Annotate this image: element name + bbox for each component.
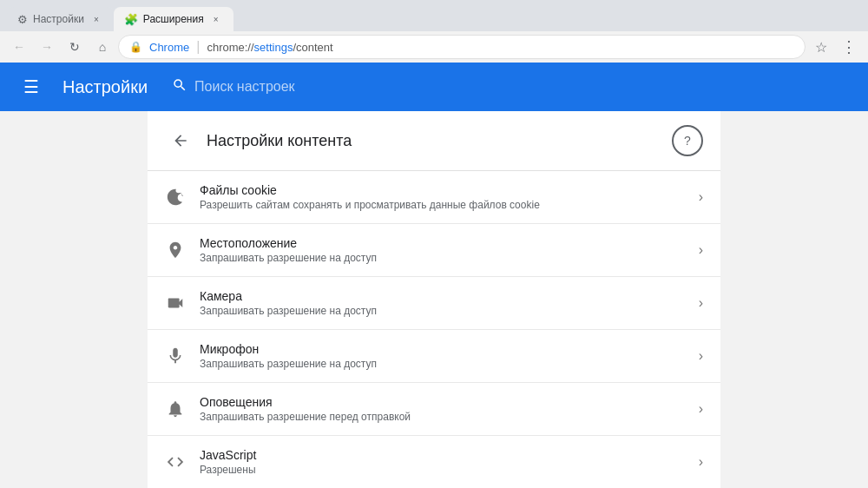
reload-button[interactable]: ↻ [62, 35, 87, 59]
cookies-subtitle: Разрешить сайтам сохранять и просматрива… [200, 199, 685, 211]
camera-text: Камера Запрашивать разрешение на доступ [200, 289, 685, 317]
tab-bar: ⚙ Настройки × 🧩 Расширения × [0, 0, 868, 31]
cookies-title: Файлы cookie [200, 183, 685, 197]
tab-extensions-label: Расширения [143, 13, 204, 25]
location-text: Местоположение Запрашивать разрешение на… [200, 236, 685, 264]
cookies-text: Файлы cookie Разрешить сайтам сохранять … [200, 183, 685, 211]
settings-list: Файлы cookie Разрешить сайтам сохранять … [148, 170, 720, 488]
url-path: chrome://settings/content [207, 41, 332, 54]
search-icon [172, 77, 187, 96]
camera-title: Камера [200, 289, 685, 303]
javascript-arrow: › [699, 454, 703, 470]
forward-button[interactable]: → [35, 35, 59, 59]
camera-arrow: › [699, 295, 703, 311]
tab-nastroyki-label: Настройки [33, 13, 84, 25]
address-bar: ← → ↻ ⌂ 🔒 Chrome | chrome://settings/con… [0, 31, 868, 63]
home-button[interactable]: ⌂ [90, 35, 115, 59]
notifications-text: Оповещения Запрашивать разрешение перед … [200, 395, 685, 423]
search-box[interactable] [161, 77, 854, 96]
notifications-item[interactable]: Оповещения Запрашивать разрешение перед … [148, 383, 720, 436]
camera-subtitle: Запрашивать разрешение на доступ [200, 305, 685, 317]
chrome-label: Chrome [149, 41, 189, 54]
camera-item[interactable]: Камера Запрашивать разрешение на доступ … [148, 277, 720, 330]
main-content: Настройки контента ? Файлы cookie Разреш… [0, 111, 868, 488]
notifications-subtitle: Запрашивать разрешение перед отправкой [200, 411, 685, 423]
search-input[interactable] [194, 79, 844, 95]
extensions-tab-icon: 🧩 [124, 13, 138, 26]
settings-panel-header: Настройки контента ? [148, 111, 720, 170]
cookie-icon [165, 188, 186, 207]
right-space [720, 111, 868, 488]
cookies-arrow: › [699, 189, 703, 205]
microphone-item[interactable]: Микрофон Запрашивать разрешение на досту… [148, 330, 720, 383]
app-header: ☰ Настройки [0, 63, 868, 111]
tab-nastroyki[interactable]: ⚙ Настройки × [7, 7, 114, 31]
settings-panel-title: Настройки контента [207, 132, 661, 150]
help-icon: ? [684, 134, 691, 148]
cookies-item[interactable]: Файлы cookie Разрешить сайтам сохранять … [148, 171, 720, 224]
settings-back-button[interactable] [165, 125, 196, 156]
hamburger-icon: ☰ [23, 76, 39, 97]
microphone-text: Микрофон Запрашивать разрешение на досту… [200, 342, 685, 370]
url-highlight: settings [254, 41, 293, 54]
microphone-title: Микрофон [200, 342, 685, 356]
back-button[interactable]: ← [7, 35, 31, 59]
help-button[interactable]: ? [672, 125, 703, 156]
notifications-icon [165, 399, 186, 419]
settings-tab-icon: ⚙ [17, 13, 28, 26]
tab-extensions[interactable]: 🧩 Расширения × [114, 7, 233, 31]
microphone-icon [165, 346, 186, 366]
camera-icon [165, 293, 186, 313]
settings-panel: Настройки контента ? Файлы cookie Разреш… [148, 111, 720, 488]
notifications-title: Оповещения [200, 395, 685, 409]
javascript-item[interactable]: JavaScript Разрешены › [148, 436, 720, 488]
microphone-arrow: › [699, 348, 703, 364]
sidebar-space [0, 111, 148, 488]
location-arrow: › [699, 242, 703, 258]
location-title: Местоположение [200, 236, 685, 250]
url-bar[interactable]: 🔒 Chrome | chrome://settings/content [118, 35, 806, 59]
url-separator: | [196, 39, 200, 55]
browser-menu-button[interactable]: ⋮ [837, 35, 861, 59]
bookmark-button[interactable]: ☆ [809, 35, 833, 59]
location-subtitle: Запрашивать разрешение на доступ [200, 252, 685, 264]
tab-nastroyki-close[interactable]: × [89, 12, 103, 26]
tab-extensions-close[interactable]: × [209, 12, 223, 26]
location-icon [165, 241, 186, 260]
javascript-text: JavaScript Разрешены [200, 448, 685, 476]
hamburger-button[interactable]: ☰ [14, 69, 49, 104]
notifications-arrow: › [699, 401, 703, 417]
app-title: Настройки [62, 77, 148, 97]
secure-icon: 🔒 [129, 41, 142, 53]
javascript-subtitle: Разрешены [200, 464, 685, 476]
javascript-title: JavaScript [200, 448, 685, 462]
microphone-subtitle: Запрашивать разрешение на доступ [200, 358, 685, 370]
javascript-icon [165, 452, 186, 472]
location-item[interactable]: Местоположение Запрашивать разрешение на… [148, 224, 720, 277]
